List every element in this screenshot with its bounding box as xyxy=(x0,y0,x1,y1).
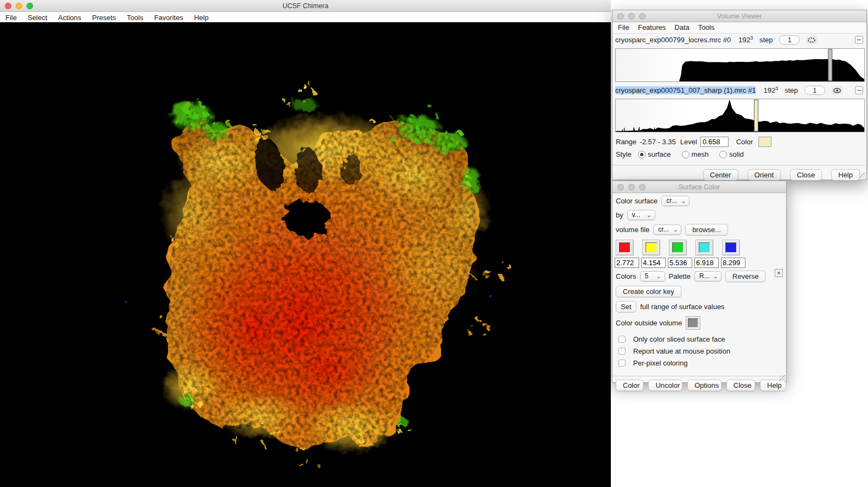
per-pixel-coloring-checkbox[interactable] xyxy=(618,360,626,367)
zoom-window-icon[interactable] xyxy=(639,184,646,190)
range-level-row: Range -2.57 - 3.35 Level Color xyxy=(612,134,866,148)
palette-color-2-button[interactable] xyxy=(642,240,660,255)
volume-viewer-titlebar: Volume Viewer xyxy=(612,10,866,22)
radio-icon xyxy=(682,151,690,158)
zoom-window-icon[interactable] xyxy=(639,13,646,20)
step-input[interactable] xyxy=(779,35,800,44)
level-input[interactable] xyxy=(700,137,729,147)
palette-value-2-input[interactable] xyxy=(641,258,666,268)
threshold-slider[interactable] xyxy=(828,49,832,81)
palette-color-5-button[interactable] xyxy=(722,240,740,255)
3d-viewport[interactable] xyxy=(0,22,611,487)
menu-file[interactable]: File xyxy=(618,23,629,31)
color-label: Color xyxy=(736,138,753,146)
volume-viewer-window: Volume Viewer File Features Data Tools c… xyxy=(612,10,867,180)
close-window-icon[interactable] xyxy=(617,184,624,190)
orient-button[interactable]: Orient xyxy=(748,169,781,181)
minimize-window-icon[interactable] xyxy=(628,184,635,190)
close-panel-icon[interactable]: × xyxy=(775,269,783,277)
colors-count-dropdown[interactable]: 5⌄ xyxy=(640,271,665,281)
threshold-slider[interactable] xyxy=(754,100,758,131)
palette-color-4-button[interactable] xyxy=(695,240,713,255)
radio-icon xyxy=(638,151,646,158)
by-dropdown[interactable]: v...⌄ xyxy=(627,210,655,220)
close-window-icon[interactable] xyxy=(617,13,624,20)
create-color-key-row: Create color key xyxy=(612,283,786,298)
main-window-title: UCSF Chimera xyxy=(283,2,329,10)
palette-color-3-button[interactable] xyxy=(669,240,687,255)
color-outside-volume-label: Color outside volume xyxy=(616,319,682,327)
dataset-row: cryosparc_exp000799_locres.mrc #0 1923 s… xyxy=(612,34,866,46)
menu-data[interactable]: Data xyxy=(674,23,689,31)
palette-dropdown[interactable]: R...⌄ xyxy=(694,271,722,281)
remove-dataset-button[interactable] xyxy=(855,86,863,94)
resize-grip[interactable] xyxy=(859,172,866,179)
only-color-sliced-checkbox[interactable] xyxy=(618,336,626,343)
menu-file[interactable]: File xyxy=(5,14,17,22)
chevron-down-icon: ⌄ xyxy=(646,212,652,218)
minimize-window-icon[interactable] xyxy=(16,3,22,9)
step-label: step xyxy=(784,86,798,94)
palette-values xyxy=(612,255,786,268)
menu-favorites[interactable]: Favorites xyxy=(154,14,183,22)
report-value-checkbox[interactable] xyxy=(618,348,626,355)
palette-value-4-input[interactable] xyxy=(694,258,719,268)
palette-color-1-button[interactable] xyxy=(616,240,634,255)
style-mesh-radio[interactable]: mesh xyxy=(682,150,709,158)
menu-presets[interactable]: Presets xyxy=(92,14,116,22)
set-range-row: Set full range of surface values xyxy=(612,298,786,313)
palette-label: Palette xyxy=(669,272,691,280)
browse-button[interactable]: browse... xyxy=(685,224,728,235)
surface-color-title: Surface Color xyxy=(679,183,720,191)
center-button[interactable]: Center xyxy=(703,169,738,181)
desktop: UCSF Chimera File Select Actions Presets… xyxy=(0,0,868,487)
palette-value-1-input[interactable] xyxy=(615,258,639,268)
close-button[interactable]: Close xyxy=(726,380,755,391)
palette-value-3-input[interactable] xyxy=(668,258,692,268)
volume-viewer-menubar: File Features Data Tools xyxy=(612,22,866,34)
help-button[interactable]: Help xyxy=(831,169,860,181)
eye-closed-icon[interactable] xyxy=(806,36,817,44)
volume-file-row: volume file cr...⌄ browse... xyxy=(612,221,786,236)
style-solid-radio[interactable]: solid xyxy=(719,150,744,158)
chevron-down-icon: ⌄ xyxy=(672,227,678,233)
eye-open-icon[interactable] xyxy=(832,86,843,94)
reverse-button[interactable]: Reverse xyxy=(725,271,765,282)
resize-grip[interactable] xyxy=(779,375,786,382)
style-surface-radio[interactable]: surface xyxy=(638,150,671,158)
close-window-icon[interactable] xyxy=(5,3,11,9)
step-input[interactable] xyxy=(805,86,825,95)
dataset-name-selected[interactable]: cryosparc_exp000751_007_sharp (1).mrc #1 xyxy=(615,86,756,94)
minimize-window-icon[interactable] xyxy=(628,13,635,20)
histogram-panel[interactable] xyxy=(615,99,865,132)
zoom-window-icon[interactable] xyxy=(27,3,33,9)
color-button[interactable]: Color xyxy=(616,380,643,391)
menu-tools[interactable]: Tools xyxy=(127,14,143,22)
palette-value-5-input[interactable] xyxy=(721,258,745,268)
colors-label: Colors xyxy=(616,272,636,280)
color-surface-dropdown[interactable]: cr...⌄ xyxy=(661,196,690,206)
menu-features[interactable]: Features xyxy=(638,23,666,31)
menu-help[interactable]: Help xyxy=(194,14,209,22)
by-row: by v...⌄ xyxy=(612,207,786,221)
menu-tools[interactable]: Tools xyxy=(698,23,714,31)
main-titlebar: UCSF Chimera xyxy=(0,0,611,12)
remove-dataset-button[interactable] xyxy=(855,36,863,44)
create-color-key-button[interactable]: Create color key xyxy=(616,286,681,297)
histogram-panel[interactable] xyxy=(615,48,865,82)
options-button[interactable]: Options xyxy=(687,380,722,391)
volume-file-dropdown[interactable]: cr...⌄ xyxy=(653,225,681,235)
close-button[interactable]: Close xyxy=(790,169,822,181)
uncolor-button[interactable]: Uncolor xyxy=(648,380,682,391)
surface-level-color-swatch[interactable] xyxy=(758,137,771,147)
menu-actions[interactable]: Actions xyxy=(58,14,81,22)
checkbox-row: Only color sliced surface face xyxy=(612,331,786,344)
menu-select[interactable]: Select xyxy=(28,14,47,22)
dataset-name[interactable]: cryosparc_exp000799_locres.mrc #0 xyxy=(615,36,731,44)
surface-color-window: Surface Color Color surface cr...⌄ by v.… xyxy=(612,181,787,383)
style-row: Style surface mesh solid xyxy=(612,148,866,159)
volume-viewer-title: Volume Viewer xyxy=(717,12,762,20)
chevron-down-icon: ⌄ xyxy=(712,273,718,279)
outside-color-swatch[interactable] xyxy=(686,316,700,330)
set-button[interactable]: Set xyxy=(616,301,636,312)
